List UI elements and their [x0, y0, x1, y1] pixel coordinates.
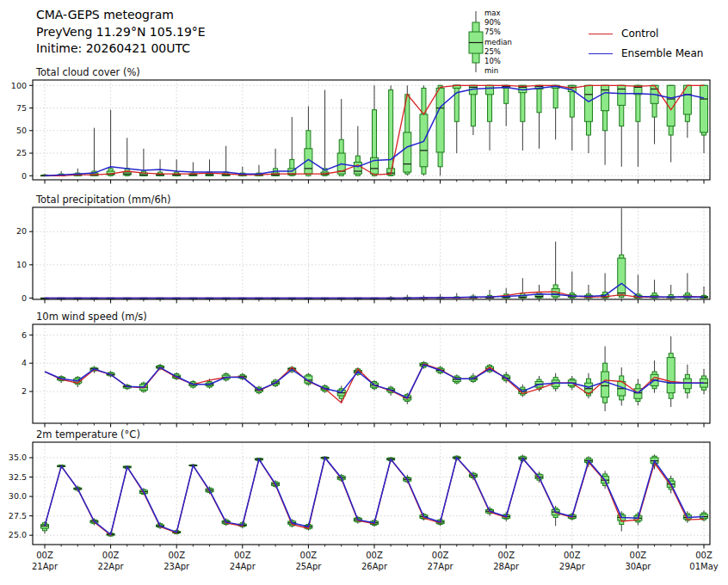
meteogram-app: CMA-GEPS meteogram PreyVeng 11.29°N 105.… [0, 0, 728, 585]
y-tick-label: 75 [16, 103, 27, 113]
x-tick-label-date: 21Apr [32, 562, 59, 571]
x-tick-label-hour: 00Z [366, 551, 383, 560]
box-plot-item [519, 85, 527, 151]
box-plot-item [667, 285, 675, 298]
box-plot-item [552, 373, 559, 391]
x-tick-label-date: 01May [689, 562, 718, 571]
box-plot-item [123, 138, 131, 176]
box-plot-item [486, 85, 494, 151]
meteogram-chart: 0255075100Total cloud cover (%)01020Tota… [0, 0, 728, 585]
box-plot-item [552, 242, 559, 299]
box-plot-item [90, 128, 98, 176]
box-plot-item [602, 346, 609, 411]
box-plot-item [683, 365, 691, 398]
y-tick-label: 20 [16, 226, 27, 236]
box-plot-item [41, 521, 49, 533]
panel-temp: 25.027.530.032.535.02m temperature (°C) [9, 428, 710, 549]
x-tick-label-hour: 00Z [300, 551, 318, 560]
ensemble-mean-line [45, 458, 704, 534]
x-tick-label-hour: 00Z [234, 551, 251, 560]
y-tick-label: 10 [16, 260, 27, 269]
y-tick-label: 0 [22, 293, 27, 303]
box-plot-item [321, 90, 329, 176]
box-plot-item [420, 85, 428, 176]
x-tick-label-hour: 00Z [695, 551, 713, 560]
box-plot-item [634, 85, 642, 166]
y-tick-label: 32.5 [9, 472, 27, 482]
box-plot-item [453, 374, 460, 385]
y-tick-label: 4 [22, 358, 27, 367]
box-plot-item [436, 85, 444, 176]
box-plot-item [584, 85, 592, 153]
y-tick-label: 2 [22, 386, 27, 396]
box-plot-item [469, 85, 477, 135]
box-plot-item [618, 85, 626, 166]
y-tick-label: 30.0 [9, 491, 27, 501]
y-tick-label: 0 [22, 171, 27, 181]
box-plot-item [651, 280, 658, 298]
box-plot-item [107, 110, 114, 176]
grid [29, 442, 710, 549]
x-tick-label-date: 25Apr [295, 562, 322, 571]
y-tick-label: 35.0 [9, 453, 27, 462]
panel-wind: 24610m wind speed (m/s) [22, 311, 710, 428]
x-tick-label-hour: 00Z [432, 551, 449, 560]
box-plot-item [700, 85, 708, 153]
panel-title: Total precipitation (mm/6h) [35, 194, 170, 206]
panel-title: 2m temperature (°C) [36, 428, 140, 440]
x-tick-label-date: 26Apr [361, 562, 388, 571]
box-plot-item [305, 106, 312, 176]
box-plot-item [667, 336, 675, 407]
box-plot-item [288, 117, 296, 176]
x-tick-label-hour: 00Z [168, 551, 185, 560]
box-plot-item [535, 285, 543, 298]
y-tick-label: 100 [11, 81, 27, 90]
box-plot-item [354, 126, 361, 176]
panel-frame [33, 207, 710, 299]
x-tick-label-hour: 00Z [630, 551, 647, 560]
y-tick-label: 27.5 [9, 511, 27, 520]
x-axis-labels: 00Z21Apr00Z22Apr00Z23Apr00Z24Apr00Z25Apr… [32, 551, 719, 571]
box-plot-item [139, 149, 147, 176]
x-tick-label-date: 28Apr [493, 562, 520, 571]
y-tick-label: 25.0 [9, 530, 27, 539]
box-plot-item [700, 369, 708, 395]
panel-cloud: 0255075100Total cloud cover (%) [11, 66, 710, 184]
x-tick-label-date: 22Apr [98, 562, 125, 571]
box-plot-item [651, 360, 658, 393]
y-tick-label: 25 [16, 148, 27, 157]
box-plot-item [568, 272, 576, 299]
box-plot-item [535, 85, 543, 148]
box-plot-item [222, 146, 230, 176]
x-tick-label-date: 24Apr [230, 562, 256, 571]
x-tick-label-hour: 00Z [497, 551, 515, 560]
box-plot-item [173, 159, 181, 176]
box-plot-item [683, 85, 691, 138]
x-tick-label-hour: 00Z [564, 551, 581, 560]
box-plot-item [618, 208, 626, 298]
x-tick-label-date: 30Apr [625, 562, 651, 571]
panel-title: Total cloud cover (%) [35, 66, 140, 78]
y-tick-label: 50 [16, 126, 27, 135]
box-plot-item [552, 85, 559, 139]
x-tick-label-date: 23Apr [163, 562, 190, 571]
x-tick-label-date: 27Apr [428, 562, 454, 571]
x-tick-label-date: 29Apr [559, 562, 586, 571]
box-plot-item [700, 286, 708, 299]
y-tick-label: 6 [22, 330, 27, 340]
box-plot-item [503, 85, 510, 126]
panel-precip: 01020Total precipitation (mm/6h) [16, 194, 710, 304]
x-tick-label-hour: 00Z [102, 551, 120, 560]
box-plot-item [568, 85, 576, 151]
box-plot-item [683, 273, 691, 298]
panel-title: 10m wind speed (m/s) [36, 311, 147, 323]
x-tick-label-hour: 00Z [36, 551, 53, 560]
box-plot-item [602, 273, 609, 298]
box-plot-item [74, 376, 82, 387]
grid [29, 207, 710, 304]
